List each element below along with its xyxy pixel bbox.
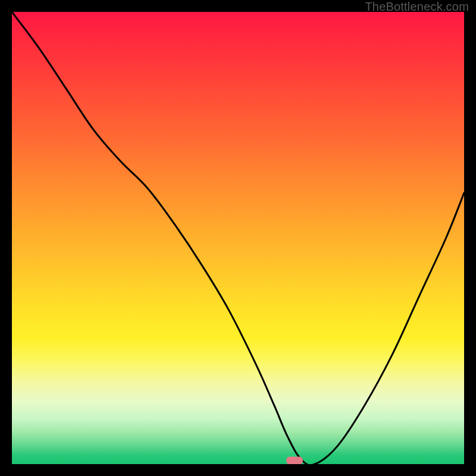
chart-frame: TheBottleneck.com [0,0,476,476]
severity-gradient [12,12,464,464]
plot-area [12,12,464,464]
optimum-marker [286,457,303,465]
